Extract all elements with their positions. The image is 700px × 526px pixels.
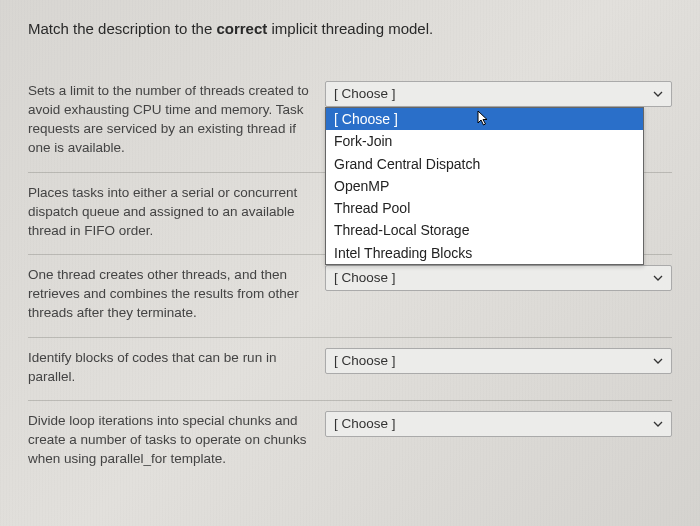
title-suffix: implicit threading model. — [267, 20, 433, 37]
match-rows: Sets a limit to the number of threads cr… — [28, 71, 672, 482]
match-row: Sets a limit to the number of threads cr… — [28, 71, 672, 173]
description-text: Identify blocks of codes that can be run… — [28, 348, 313, 386]
choice-select[interactable]: [ Choose ] — [325, 411, 672, 437]
match-row: One thread creates other threads, and th… — [28, 255, 672, 337]
chevron-down-icon — [653, 357, 663, 365]
dropdown-option[interactable]: Thread Pool — [326, 197, 643, 219]
question-title: Match the description to the correct imp… — [28, 20, 672, 37]
choice-select[interactable]: [ Choose ] — [325, 81, 672, 107]
select-value: [ Choose ] — [334, 416, 396, 431]
title-bold: correct — [216, 20, 267, 37]
description-text: Divide loop iterations into special chun… — [28, 411, 313, 468]
dropdown-option[interactable]: Grand Central Dispatch — [326, 153, 643, 175]
dropdown-option[interactable]: Intel Threading Blocks — [326, 242, 643, 264]
choice-select[interactable]: [ Choose ] — [325, 265, 672, 291]
chevron-down-icon — [653, 420, 663, 428]
description-text: Places tasks into either a serial or con… — [28, 183, 313, 240]
description-text: One thread creates other threads, and th… — [28, 265, 313, 322]
chevron-down-icon — [653, 274, 663, 282]
choice-select[interactable]: [ Choose ] — [325, 348, 672, 374]
description-text: Sets a limit to the number of threads cr… — [28, 81, 313, 158]
select-value: [ Choose ] — [334, 86, 396, 101]
dropdown-option[interactable]: OpenMP — [326, 175, 643, 197]
match-row: Divide loop iterations into special chun… — [28, 401, 672, 482]
select-wrap: [ Choose ] — [325, 411, 672, 437]
chevron-down-icon — [653, 90, 663, 98]
dropdown-option[interactable]: [ Choose ] — [326, 108, 643, 130]
select-wrap: [ Choose ] — [325, 265, 672, 291]
select-value: [ Choose ] — [334, 353, 396, 368]
dropdown-option[interactable]: Fork-Join — [326, 130, 643, 152]
select-wrap: [ Choose ] — [325, 348, 672, 374]
title-prefix: Match the description to the — [28, 20, 216, 37]
dropdown-panel: [ Choose ]Fork-JoinGrand Central Dispatc… — [325, 107, 644, 265]
match-row: Identify blocks of codes that can be run… — [28, 338, 672, 401]
dropdown-option[interactable]: Thread-Local Storage — [326, 219, 643, 241]
select-wrap: [ Choose ] [ Choose ]Fork-JoinGrand Cent… — [325, 81, 672, 107]
question-container: Match the description to the correct imp… — [0, 0, 700, 500]
select-value: [ Choose ] — [334, 270, 396, 285]
